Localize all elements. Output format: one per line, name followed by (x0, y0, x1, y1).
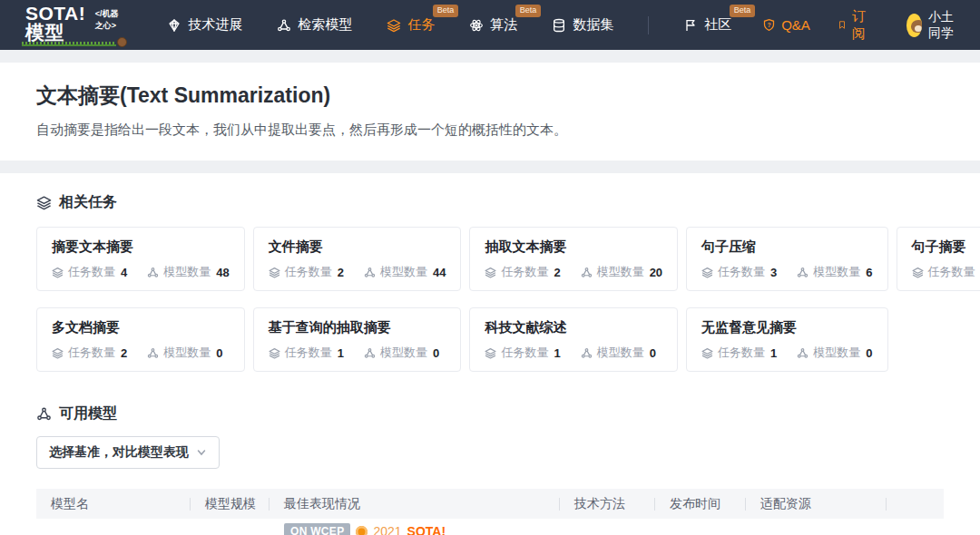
task-card-title: 科技文献综述 (485, 319, 662, 336)
gem-icon (167, 18, 181, 33)
logo-text: SOTA!模型 (25, 4, 93, 46)
models-table: 模型名 模型规模 最佳表现情况 技术方法 发布时间 适配资源 PRIMER - … (36, 489, 944, 535)
model-count: 20 (650, 266, 662, 279)
task-card[interactable]: 无监督意见摘要 任务数量1 模型数量0 (686, 307, 887, 372)
database-icon (552, 18, 566, 33)
nodes-icon (581, 267, 593, 278)
model-count: 0 (216, 346, 222, 360)
qa-link[interactable]: ? Q&A (762, 17, 810, 33)
subscribe-link[interactable]: 订阅 (838, 8, 870, 43)
chevron-down-icon (196, 447, 207, 458)
task-cards-grid: 摘要文本摘要 任务数量4 模型数量48 文件摘要 任务数量2 模型数量44 抽取… (36, 227, 944, 372)
bookmark-icon (838, 18, 847, 32)
task-card[interactable]: 科技文献综述 任务数量1 模型数量0 (469, 307, 678, 372)
flag-icon (683, 18, 698, 33)
page-header: 文本摘要(Text Summarization) 自动摘要是指给出一段文本，我们… (0, 63, 980, 160)
col-model-name: 模型名 (36, 496, 191, 512)
model-count-label: 模型数量 (163, 264, 211, 280)
dataset-badge[interactable]: ON WCEP (284, 523, 350, 535)
task-card[interactable]: 摘要文本摘要 任务数量4 模型数量48 (36, 227, 245, 291)
layers-icon (269, 347, 280, 359)
nav-menu: 技术进展 检索模型 任务 Beta 算法 Beta 数据集 社区 Beta (167, 16, 731, 34)
layers-icon (701, 267, 713, 278)
task-card-title: 多文档摘要 (52, 319, 230, 336)
task-card[interactable]: 文件摘要 任务数量2 模型数量44 (253, 227, 462, 291)
task-card[interactable]: 基于查询的抽取摘要 任务数量1 模型数量0 (253, 307, 462, 372)
task-count: 2 (554, 266, 560, 279)
task-card-title: 基于查询的抽取摘要 (269, 319, 446, 336)
beta-badge: Beta (433, 5, 459, 17)
nav-divider (648, 16, 649, 34)
medal-icon (356, 526, 368, 535)
task-count: 1 (338, 346, 344, 360)
qa-shield-icon: ? (762, 18, 776, 32)
layers-icon (701, 347, 713, 359)
model-count: 48 (216, 266, 229, 279)
related-tasks-title: 相关任务 (59, 193, 117, 212)
main-content: 相关任务 摘要文本摘要 任务数量4 模型数量48 文件摘要 任务数量2 模型数量… (0, 173, 980, 535)
model-row: PRIMER - ON WCEP 2021 SOTA! ROUGE-146.1 … (36, 519, 944, 535)
task-count: 2 (121, 346, 127, 360)
layers-icon (485, 347, 496, 359)
nav-item-label: 任务 (407, 16, 435, 34)
nav-item-label: 技术进展 (188, 16, 242, 34)
nodes-icon (797, 267, 808, 278)
nav-item-label: 社区 (704, 16, 731, 34)
task-card[interactable]: 句子摘要 任务数量2 模型数量3 (897, 227, 980, 291)
task-card-title: 无监督意见摘要 (701, 319, 872, 336)
col-publish-date: 发布时间 (655, 496, 746, 512)
page-title: 文本摘要(Text Summarization) (36, 82, 944, 110)
nav-item-label: 数据集 (573, 16, 613, 34)
benchmark-filter-dropdown[interactable]: 选择基准，对比模型表现 (36, 436, 220, 469)
task-card-title: 句子摘要 (912, 238, 980, 256)
nav-item-community[interactable]: 社区 Beta (683, 16, 731, 34)
task-card[interactable]: 多文档摘要 任务数量2 模型数量0 (36, 307, 245, 372)
model-count: 44 (433, 266, 446, 279)
task-count: 3 (770, 266, 777, 279)
nodes-icon (147, 347, 159, 359)
logo[interactable]: SOTA!模型 </机器之心> (25, 4, 125, 46)
task-count: 4 (121, 266, 127, 279)
model-count: 0 (433, 346, 439, 360)
task-card[interactable]: 句子压缩 任务数量3 模型数量6 (686, 227, 887, 291)
sota-year: 2021 (373, 524, 401, 535)
nav-item-tasks[interactable]: 任务 Beta (387, 16, 435, 34)
layers-icon (52, 347, 64, 359)
col-model-scale: 模型规模 (191, 496, 270, 512)
logo-monkey-icon (117, 37, 127, 47)
page-subtitle: 自动摘要是指给出一段文本，我们从中提取出要点，然后再形成一个短的概括性的文本。 (36, 122, 944, 139)
page-gap-top (0, 50, 980, 63)
subscribe-label: 订阅 (852, 8, 870, 43)
related-tasks-heading: 相关任务 (36, 193, 944, 212)
nav-item-tech-progress[interactable]: 技术进展 (167, 16, 242, 34)
nodes-icon (581, 347, 593, 359)
task-card-title: 抽取文本摘要 (485, 238, 662, 256)
beta-badge: Beta (515, 5, 542, 17)
available-models-title: 可用模型 (59, 404, 117, 423)
available-models-section: 可用模型 选择基准，对比模型表现 模型名 模型规模 最佳表现情况 技术方法 发布… (36, 404, 944, 535)
svg-text:?: ? (768, 22, 771, 28)
col-resources: 适配资源 (746, 496, 887, 512)
task-card-title: 摘要文本摘要 (52, 238, 230, 256)
models-table-header: 模型名 模型规模 最佳表现情况 技术方法 发布时间 适配资源 (36, 489, 944, 519)
nav-item-search-models[interactable]: 检索模型 (277, 16, 352, 34)
nav-item-datasets[interactable]: 数据集 (552, 16, 613, 34)
atom-icon (469, 18, 484, 33)
layers-icon (269, 267, 280, 278)
model-count: 0 (866, 346, 872, 360)
filter-label: 选择基准，对比模型表现 (49, 444, 189, 461)
user-avatar (906, 14, 922, 37)
task-card-title: 文件摘要 (269, 238, 446, 256)
layers-icon (912, 267, 924, 278)
nav-item-algorithms[interactable]: 算法 Beta (469, 16, 517, 34)
model-count: 6 (866, 266, 872, 279)
layers-icon (485, 267, 496, 278)
nodes-icon (797, 347, 808, 359)
available-models-heading: 可用模型 (36, 404, 944, 423)
user-menu[interactable]: 小土同学 (906, 9, 962, 42)
task-card[interactable]: 抽取文本摘要 任务数量2 模型数量20 (469, 227, 678, 291)
nav-quick-links: ? Q&A 订阅 (762, 8, 870, 43)
task-count: 1 (770, 346, 777, 360)
nav-item-label: 算法 (490, 16, 517, 34)
beta-badge: Beta (730, 5, 756, 17)
